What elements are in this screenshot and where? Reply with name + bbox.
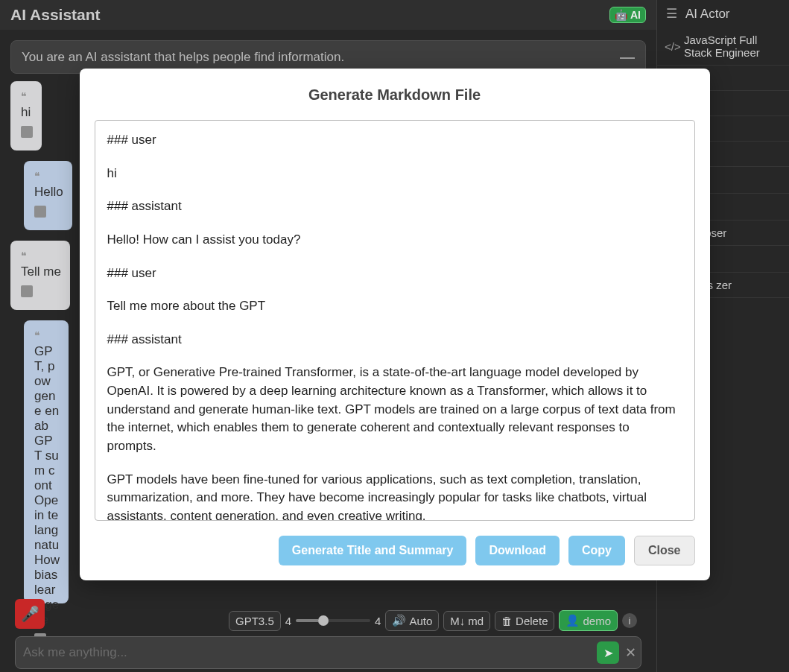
markdown-content[interactable]: ### user hi ### assistant Hello! How can… (95, 120, 695, 521)
close-button[interactable]: Close (634, 536, 695, 565)
generate-title-button[interactable]: Generate Title and Summary (279, 536, 467, 565)
download-button[interactable]: Download (475, 536, 559, 565)
modal-actions: Generate Title and Summary Download Copy… (95, 536, 695, 565)
markdown-modal: Generate Markdown File ### user hi ### a… (80, 69, 710, 580)
modal-title: Generate Markdown File (95, 86, 695, 104)
copy-button[interactable]: Copy (568, 536, 625, 565)
modal-overlay[interactable]: Generate Markdown File ### user hi ### a… (0, 0, 789, 672)
